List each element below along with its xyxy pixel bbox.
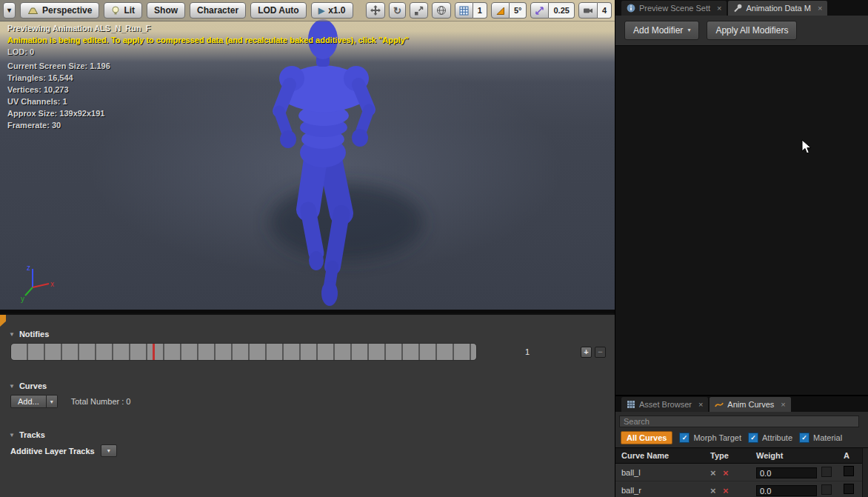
weight-column-header[interactable]: Weight (756, 451, 844, 460)
weight-input[interactable] (756, 467, 817, 478)
axis-x-label: x (50, 280, 54, 288)
add-modifier-button[interactable]: Add Modifier ▾ (624, 21, 699, 40)
expander-icon: ▼ (9, 383, 15, 390)
show-button[interactable]: Show (147, 2, 185, 19)
curve-type-cell: × × (710, 484, 756, 497)
camera-speed-group: 4 (578, 2, 612, 19)
lod-auto-button[interactable]: LOD Auto (250, 2, 307, 19)
rotate-tool-button[interactable]: ↻ (389, 2, 406, 19)
transform-and-snap-group: ↻ 1 5° (366, 2, 612, 19)
tab-animation-data-modifiers[interactable]: Animation Data M × (728, 1, 827, 16)
scale-snap-size[interactable]: 0.25 (549, 2, 574, 19)
all-curves-filter-button[interactable]: All Curves (621, 431, 672, 444)
tracks-header-label: Tracks (19, 430, 45, 439)
curve-filter-row: All Curves ✓ Morph Target ✓ Attribute ✓ … (615, 429, 868, 447)
character-label: Character (197, 5, 238, 16)
grid-snap-icon (459, 6, 469, 16)
camera-speed-button[interactable] (578, 2, 598, 19)
attribute-checkbox[interactable]: ✓ Attribute (748, 433, 792, 443)
check-glyph: ✓ (750, 434, 756, 441)
animation-editor-window: Previewing Animation ALS_N_Run_F Animati… (0, 0, 868, 497)
curve-name: ball_l (615, 468, 710, 477)
tab-close-icon[interactable]: × (698, 400, 703, 409)
camera-speed-value[interactable]: 4 (598, 2, 612, 19)
add-curve-split-button: Add... ▾ (10, 395, 58, 408)
morph-flag-icon[interactable]: × (710, 467, 716, 478)
notifies-section-header[interactable]: ▼ Notifies (0, 315, 615, 341)
viewport[interactable]: Previewing Animation ALS_N_Run_F Animati… (0, 0, 615, 313)
axis-z-label: z (27, 264, 30, 272)
additive-tracks-label: Additive Layer Tracks (10, 447, 95, 456)
auto-checkbox[interactable] (844, 466, 854, 476)
curve-search-input[interactable] (619, 416, 859, 427)
type-column-header[interactable]: Type (710, 451, 756, 460)
modifier-icon (733, 4, 742, 13)
checkbox-checked-icon: ✓ (748, 433, 758, 443)
auto-checkbox[interactable] (844, 484, 854, 494)
apply-all-modifiers-button[interactable]: Apply All Modifiers (707, 21, 797, 40)
notify-track-count: 1 (477, 347, 578, 356)
material-flag-icon[interactable]: × (723, 485, 729, 496)
tab-asset-browser[interactable]: Asset Browser × (621, 397, 708, 412)
tab-label: Anim Curves (727, 400, 774, 409)
tab-close-icon[interactable]: × (781, 400, 785, 409)
curve-row-ball-l[interactable]: ball_l × × (615, 464, 868, 481)
tab-close-icon[interactable]: × (717, 4, 721, 13)
curve-name-column-header[interactable]: Curve Name (615, 451, 710, 460)
add-curve-dropdown[interactable]: ▾ (47, 395, 58, 408)
translate-tool-button[interactable] (366, 2, 385, 19)
lod-auto-label: LOD Auto (258, 5, 299, 16)
morph-flag-icon[interactable]: × (710, 485, 716, 496)
grid-snap-size[interactable]: 1 (473, 2, 487, 19)
curve-name: ball_r (615, 486, 710, 495)
tab-preview-scene-settings[interactable]: Preview Scene Sett × (621, 1, 727, 16)
material-checkbox[interactable]: ✓ Material (799, 433, 842, 443)
modifiers-toolbar: Add Modifier ▾ Apply All Modifiers (615, 16, 868, 46)
character-button[interactable]: Character (190, 2, 246, 19)
axis-y-label: y (21, 295, 24, 303)
curve-table-scrollbar[interactable] (862, 448, 868, 497)
expander-icon: ▼ (9, 432, 15, 438)
playback-speed-label: x1.0 (328, 5, 345, 16)
tab-close-icon[interactable]: × (818, 4, 822, 13)
rotation-snap-size[interactable]: 5° (510, 2, 527, 19)
weight-input[interactable] (756, 485, 817, 496)
perspective-button[interactable]: Perspective (20, 2, 99, 19)
curves-section-header[interactable]: ▼ Curves (0, 378, 615, 393)
curve-row-ball-r[interactable]: ball_r × × (615, 481, 868, 497)
anim-curves-icon (715, 400, 724, 409)
viewport-options-button[interactable]: ▾ (3, 2, 16, 19)
material-flag-icon[interactable]: × (723, 467, 729, 478)
morph-target-checkbox[interactable]: ✓ Morph Target (679, 433, 741, 443)
expand-curve-button[interactable] (821, 467, 832, 477)
view-mode-lit-button[interactable]: Lit (104, 2, 142, 19)
playhead[interactable] (153, 344, 155, 360)
expand-curve-button[interactable] (821, 484, 832, 495)
notify-track[interactable] (10, 343, 477, 361)
curve-weight-cell (756, 466, 844, 479)
checkbox-checked-icon: ✓ (679, 433, 690, 443)
scale-snap-toggle[interactable] (530, 2, 549, 19)
add-notify-track-button[interactable]: + (581, 347, 592, 358)
check-glyph: ✓ (801, 434, 807, 441)
notify-track-row: 1 + − (0, 341, 615, 362)
playback-speed-button[interactable]: ▶ x1.0 (311, 2, 353, 19)
coordinate-system-button[interactable] (432, 2, 451, 19)
dropdown-arrow-icon: ▾ (107, 447, 110, 454)
scale-snap-group: 0.25 (530, 2, 574, 19)
scale-tool-button[interactable] (410, 2, 428, 19)
tab-anim-curves[interactable]: Anim Curves × (710, 397, 790, 412)
tab-label: Animation Data M (746, 4, 810, 13)
additive-tracks-row: Additive Layer Tracks ▾ (0, 442, 615, 458)
additive-tracks-dropdown[interactable]: ▾ (101, 444, 117, 457)
grid-snap-toggle[interactable] (455, 2, 473, 19)
check-glyph: ✓ (682, 434, 688, 441)
tab-label: Preview Scene Sett (639, 4, 710, 13)
rotation-snap-toggle[interactable] (491, 2, 510, 19)
asset-browser-icon (627, 400, 635, 409)
preview-character-mesh (0, 0, 615, 313)
add-curve-button[interactable]: Add... (10, 395, 47, 408)
right-bottom-tabbar: Asset Browser × Anim Curves × (615, 396, 868, 412)
remove-notify-track-button[interactable]: − (595, 347, 606, 358)
tracks-section-header[interactable]: ▼ Tracks (0, 427, 615, 442)
